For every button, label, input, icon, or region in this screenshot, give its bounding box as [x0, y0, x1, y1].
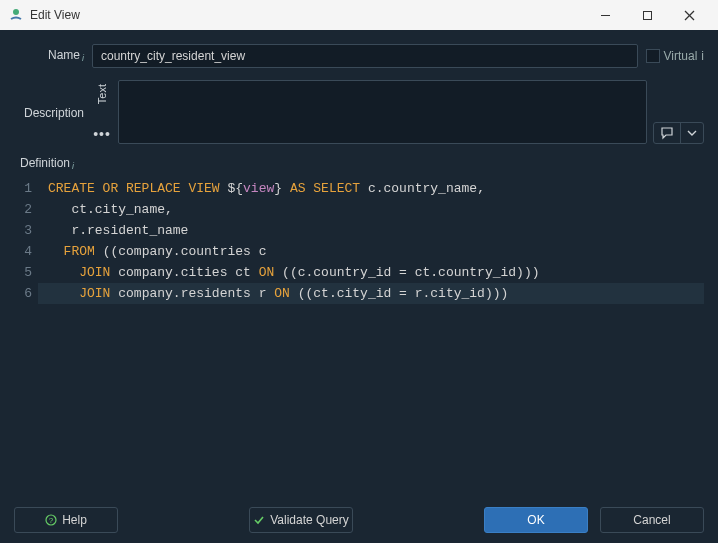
minimize-button[interactable] — [584, 0, 626, 30]
comment-icon[interactable] — [654, 123, 680, 143]
name-input[interactable] — [92, 44, 638, 68]
code-line[interactable]: JOIN company.residents r ON ((ct.city_id… — [38, 283, 704, 304]
name-label: Namei — [14, 44, 92, 62]
line-number: 3 — [14, 220, 32, 241]
app-icon — [8, 7, 24, 23]
description-label: Description — [14, 80, 92, 120]
text-tab[interactable]: Text — [96, 80, 108, 108]
code-line[interactable]: CREATE OR REPLACE VIEW ${view} AS SELECT… — [38, 178, 704, 199]
line-number: 1 — [14, 178, 32, 199]
line-number: 5 — [14, 262, 32, 283]
svg-point-0 — [13, 9, 19, 15]
sql-editor[interactable]: 123456 CREATE OR REPLACE VIEW ${view} AS… — [14, 178, 704, 470]
help-button[interactable]: ? Help — [14, 507, 118, 533]
definition-label: Definitioni — [20, 156, 704, 170]
code-line[interactable]: ct.city_name, — [38, 199, 704, 220]
code-line[interactable]: FROM ((company.countries c — [38, 241, 704, 262]
code-line[interactable]: JOIN company.cities ct ON ((c.country_id… — [38, 262, 704, 283]
line-number: 6 — [14, 283, 32, 304]
virtual-checkbox[interactable] — [646, 49, 660, 63]
comment-split-button[interactable] — [653, 122, 704, 144]
code-line[interactable]: r.resident_name — [38, 220, 704, 241]
ok-button[interactable]: OK — [484, 507, 588, 533]
chevron-down-icon[interactable] — [680, 123, 703, 143]
svg-rect-2 — [643, 11, 651, 19]
titlebar: Edit View — [0, 0, 718, 30]
cancel-button[interactable]: Cancel — [600, 507, 704, 533]
svg-text:?: ? — [49, 516, 54, 525]
description-textarea[interactable] — [118, 80, 647, 144]
maximize-button[interactable] — [626, 0, 668, 30]
line-number: 2 — [14, 199, 32, 220]
window-title: Edit View — [30, 8, 80, 22]
virtual-checkbox-label[interactable]: Virtual i — [646, 49, 704, 63]
line-number: 4 — [14, 241, 32, 262]
close-button[interactable] — [668, 0, 710, 30]
validate-query-button[interactable]: Validate Query — [249, 507, 353, 533]
help-icon: ? — [45, 514, 57, 526]
check-icon — [253, 514, 265, 526]
more-dots-button[interactable]: ••• — [93, 126, 111, 144]
